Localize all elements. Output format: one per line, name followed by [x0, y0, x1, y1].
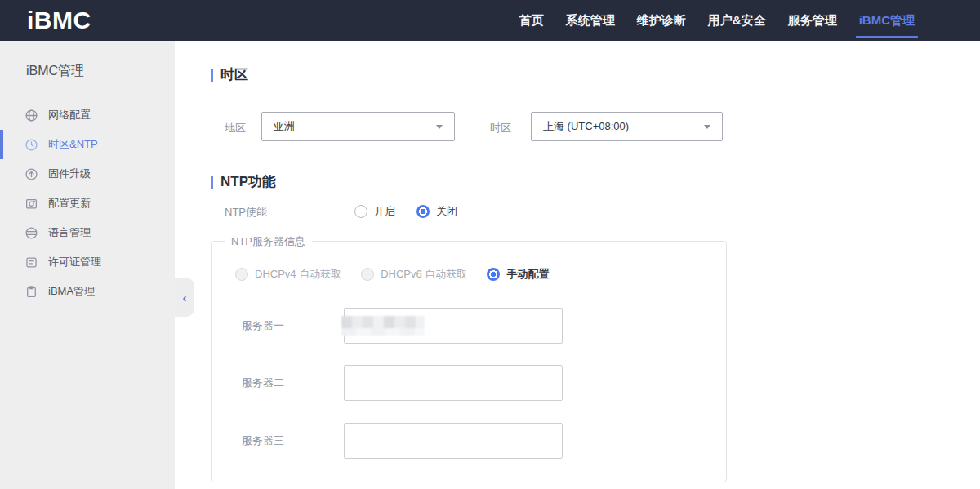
app-logo: iBMC — [27, 0, 91, 41]
section-accent-bar — [211, 69, 213, 82]
radio-disabled-icon — [235, 268, 248, 281]
region-select-value: 亚洲 — [274, 119, 295, 134]
server-two-row: 服务器二 — [242, 365, 563, 401]
sidebar-item-license[interactable]: 许可证管理 — [0, 247, 175, 277]
main-content: 时区 地区 亚洲 时区 上海 (UTC+08:00) NTP功能 NTP使能 开… — [175, 41, 980, 489]
sidebar-title: iBMC管理 — [26, 63, 175, 80]
ntp-enable-on-radio[interactable]: 开启 — [354, 204, 395, 219]
sidebar-item-label: 配置更新 — [48, 196, 91, 211]
sidebar-item-timezone-ntp[interactable]: 时区&NTP — [0, 130, 175, 159]
nav-item-maintenance[interactable]: 维护诊断 — [637, 0, 686, 41]
sidebar-item-label: 许可证管理 — [48, 255, 101, 269]
chevron-left-icon: ‹ — [183, 291, 187, 305]
license-icon — [24, 256, 38, 269]
sidebar-item-language[interactable]: 语言管理 — [0, 218, 175, 247]
server-three-row: 服务器三 — [242, 423, 563, 459]
dhcpv4-auto-radio[interactable]: DHCPv4 自动获取 — [235, 267, 341, 282]
sidebar-item-firmware[interactable]: 固件升级 — [0, 159, 175, 189]
timezone-clock-icon — [24, 138, 38, 152]
server-one-label: 服务器一 — [242, 318, 344, 333]
nav-item-service[interactable]: 服务管理 — [788, 0, 837, 41]
sidebar-item-label: 语言管理 — [48, 225, 91, 240]
chevron-down-icon — [436, 125, 443, 129]
timezone-select-value: 上海 (UTC+08:00) — [543, 119, 629, 134]
manual-config-radio[interactable]: 手动配置 — [487, 267, 549, 282]
sidebar-item-label: 时区&NTP — [48, 137, 98, 152]
sidebar-item-config-update[interactable]: 配置更新 — [0, 189, 175, 218]
section-accent-bar — [211, 176, 213, 189]
ntp-enable-radio-group: 开启 关闭 — [354, 204, 457, 219]
sidebar-item-label: 网络配置 — [48, 108, 91, 122]
chevron-down-icon — [704, 125, 710, 129]
sidebar-item-label: 固件升级 — [48, 167, 91, 181]
timezone-section-title: 时区 — [211, 65, 248, 84]
ntp-enable-off-radio[interactable]: 关闭 — [416, 204, 457, 219]
server-two-input[interactable] — [344, 365, 563, 401]
sidebar-menu: 网络配置 时区&NTP 固件升级 配置更新 语言管理 — [0, 100, 175, 306]
sidebar-item-label: iBMA管理 — [48, 284, 95, 299]
config-update-icon — [24, 197, 38, 211]
server-three-input[interactable] — [344, 423, 563, 459]
sidebar-item-ibma[interactable]: iBMA管理 — [0, 277, 175, 306]
sidebar-collapse-button[interactable]: ‹ — [175, 278, 194, 317]
radio-selected-icon — [487, 268, 500, 281]
sidebar: iBMC管理 网络配置 时区&NTP 固件升级 配置更新 — [0, 41, 175, 489]
network-globe-icon — [24, 109, 38, 122]
region-select[interactable]: 亚洲 — [261, 112, 455, 141]
ntp-mode-radio-group: DHCPv4 自动获取 DHCPv6 自动获取 手动配置 — [235, 267, 549, 282]
top-navigation: 首页 系统管理 维护诊断 用户&安全 服务管理 iBMC管理 — [519, 0, 980, 41]
nav-item-system[interactable]: 系统管理 — [566, 0, 615, 41]
timezone-select[interactable]: 上海 (UTC+08:00) — [531, 112, 723, 141]
timezone-label: 时区 — [490, 121, 511, 136]
language-icon — [24, 226, 38, 240]
firmware-upgrade-icon — [24, 167, 38, 181]
dhcpv6-auto-radio[interactable]: DHCPv6 自动获取 — [361, 267, 467, 282]
radio-disabled-icon — [361, 268, 374, 281]
ntp-section-title: NTP功能 — [211, 172, 276, 191]
ntp-server-group: NTP服务器信息 DHCPv4 自动获取 DHCPv6 自动获取 手动配置 服务… — [211, 241, 727, 482]
redacted-server-address — [341, 316, 425, 336]
topbar: iBMC 首页 系统管理 维护诊断 用户&安全 服务管理 iBMC管理 — [0, 0, 980, 41]
ntp-server-group-legend: NTP服务器信息 — [225, 234, 312, 249]
server-two-label: 服务器二 — [242, 376, 344, 390]
nav-item-home[interactable]: 首页 — [519, 0, 544, 41]
ntp-enable-label: NTP使能 — [225, 205, 267, 220]
server-three-label: 服务器三 — [242, 433, 344, 448]
ibma-clipboard-icon — [24, 285, 38, 299]
radio-selected-icon — [416, 205, 430, 218]
radio-unselected-icon — [354, 205, 368, 218]
nav-item-ibmc[interactable]: iBMC管理 — [859, 0, 915, 41]
nav-item-user-security[interactable]: 用户&安全 — [708, 0, 766, 41]
region-label: 地区 — [225, 121, 246, 136]
sidebar-item-network[interactable]: 网络配置 — [0, 100, 175, 130]
